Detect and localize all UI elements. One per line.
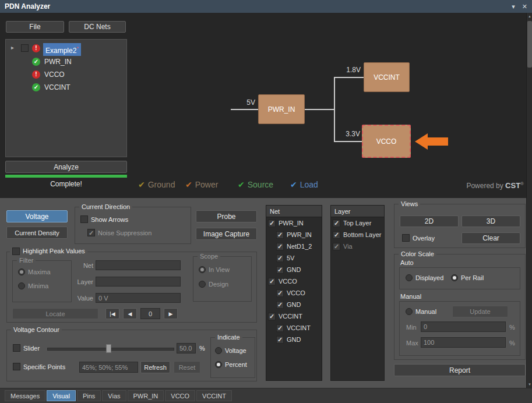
tab-visual[interactable]: Visual [47, 390, 76, 401]
max-field[interactable]: 100 [421, 337, 506, 348]
noise-suppression-checkbox[interactable]: ✓ [87, 229, 95, 236]
net-row[interactable]: ✓VCCO [266, 287, 322, 299]
specific-points-checkbox[interactable] [13, 363, 20, 370]
expander-icon[interactable]: ▸ [11, 44, 14, 51]
maxima-row[interactable]: Maxima [18, 268, 51, 275]
noise-suppression-row[interactable]: ✓ Noise Suppression [87, 229, 152, 236]
minima-row[interactable]: Minima [18, 282, 48, 289]
nav-next-button[interactable]: ▶ [164, 308, 178, 319]
tree-item-example2[interactable]: Example2* [43, 43, 81, 56]
locate-button[interactable]: Locate [12, 308, 98, 319]
net-checkbox[interactable]: ✓ [276, 243, 284, 250]
net-checkbox[interactable]: ✓ [276, 324, 284, 332]
specific-points-field[interactable]: 45%; 50%; 55% [79, 362, 138, 373]
probe-button[interactable]: Probe [196, 210, 257, 222]
layer-row[interactable]: ✓Via [331, 241, 384, 252]
tab-messages[interactable]: Messages [5, 390, 45, 401]
current-density-button[interactable]: Current Density [6, 227, 68, 239]
tree-root-row[interactable]: ▸ ! Example2* [6, 43, 126, 54]
tab-pins[interactable]: Pins [77, 390, 101, 401]
net-row[interactable]: ✓VCCINT [266, 310, 322, 322]
show-arrows-checkbox[interactable] [80, 215, 88, 223]
contour-slider-handle[interactable] [106, 344, 111, 353]
net-checkbox[interactable]: ✓ [276, 301, 284, 309]
slider-row[interactable]: Slider [13, 344, 40, 352]
indicate-voltage-radio[interactable] [215, 347, 222, 354]
net-row[interactable]: ✓GND [266, 299, 322, 310]
analyze-button[interactable]: Analyze [5, 161, 127, 173]
net-checkbox[interactable]: ✓ [268, 220, 276, 227]
block-vcco[interactable]: VCCO [362, 125, 411, 158]
block-pwr-in[interactable]: PWR_IN [258, 94, 305, 124]
nav-prev-button[interactable]: ◀ [123, 308, 137, 319]
design-radio[interactable] [199, 281, 206, 288]
vertical-scrollbar[interactable]: ▲ ▼ [526, 13, 532, 388]
block-vccint[interactable]: VCCINT [364, 62, 410, 92]
net-row[interactable]: ✓GND [266, 264, 322, 275]
reset-button[interactable]: Reset [174, 361, 200, 373]
in-view-radio[interactable] [199, 266, 206, 273]
tab-vias[interactable]: Vias [102, 390, 126, 401]
overlay-row[interactable]: Overlay [402, 234, 435, 242]
net-checkbox[interactable]: ✓ [276, 266, 284, 274]
close-icon[interactable]: ✕ [522, 3, 527, 10]
scroll-up-icon[interactable]: ▲ [527, 13, 532, 20]
voltage-button[interactable]: Voltage [6, 210, 68, 222]
indicate-voltage-row[interactable]: Voltage [215, 347, 246, 354]
net-checkbox[interactable]: ✓ [268, 278, 276, 285]
per-rail-row[interactable]: Per Rail [451, 274, 484, 281]
per-rail-radio[interactable] [451, 274, 458, 281]
view-2d-button[interactable]: 2D [400, 215, 459, 227]
view-3d-button[interactable]: 3D [461, 215, 520, 227]
indicate-percent-row[interactable]: Percent [215, 361, 247, 368]
tree-root-checkbox[interactable] [21, 44, 29, 52]
update-button[interactable]: Update [452, 306, 508, 317]
displayed-row[interactable]: Displayed [406, 274, 443, 281]
value-field[interactable]: 0 V [96, 293, 181, 303]
show-arrows-row[interactable]: Show Arrows [80, 215, 128, 223]
layer-row[interactable]: ✓Top Layer [331, 217, 384, 229]
layer-field[interactable] [96, 277, 181, 287]
net-checkbox[interactable]: ✓ [276, 231, 284, 239]
layer-checkbox[interactable]: ✓ [333, 220, 340, 227]
image-capture-button[interactable]: Image Capture [196, 228, 257, 240]
displayed-radio[interactable] [406, 274, 413, 281]
scrollbar-thumb[interactable] [527, 21, 532, 68]
tree-item-vccint[interactable]: ✓ VCCINT [6, 82, 126, 93]
file-button[interactable]: File [6, 21, 64, 33]
tab-vccint[interactable]: VCCINT [196, 390, 232, 401]
slider-checkbox[interactable] [13, 344, 20, 352]
indicate-percent-radio[interactable] [215, 361, 222, 368]
nav-count-field[interactable]: 0 [140, 308, 160, 319]
net-row[interactable]: ✓VCCO [266, 275, 322, 287]
net-row[interactable]: ✓PWR_IN [266, 217, 322, 229]
tab-pwr-in[interactable]: PWR_IN [128, 390, 164, 401]
net-row[interactable]: ✓PWR_IN [266, 229, 322, 241]
net-row[interactable]: ✓VCCINT [266, 322, 322, 334]
slider-value-field[interactable]: 50.0 [177, 343, 196, 353]
min-field[interactable]: 0 [421, 321, 506, 332]
overlay-checkbox[interactable] [402, 234, 410, 242]
in-view-row[interactable]: In View [199, 266, 230, 273]
nav-first-button[interactable]: |◀ [105, 308, 119, 319]
layer-row[interactable]: ✓Bottom Layer [331, 229, 384, 241]
minima-radio[interactable] [18, 282, 25, 289]
tree-item-vcco[interactable]: ! VCCO [6, 69, 126, 80]
net-checkbox[interactable]: ✓ [268, 313, 276, 320]
manual-row[interactable]: Manual [406, 308, 436, 315]
net-checkbox[interactable]: ✓ [276, 336, 284, 344]
net-checkbox[interactable]: ✓ [276, 254, 284, 262]
layer-checkbox[interactable]: ✓ [333, 243, 340, 250]
panel-menu-icon[interactable]: ▾ [512, 3, 515, 10]
layer-checkbox[interactable]: ✓ [333, 231, 340, 239]
net-row[interactable]: ✓NetD1_2 [266, 241, 322, 252]
clear-button[interactable]: Clear [461, 232, 520, 244]
tab-vcco[interactable]: VCCO [165, 390, 195, 401]
net-row[interactable]: ✓GND [266, 334, 322, 345]
highlight-peak-checkbox[interactable] [12, 248, 20, 255]
specific-points-row[interactable]: Specific Points [13, 363, 65, 370]
net-checkbox[interactable]: ✓ [276, 289, 284, 297]
scroll-down-icon[interactable]: ▼ [527, 381, 532, 388]
net-field[interactable] [96, 260, 181, 270]
maxima-radio[interactable] [18, 268, 25, 275]
